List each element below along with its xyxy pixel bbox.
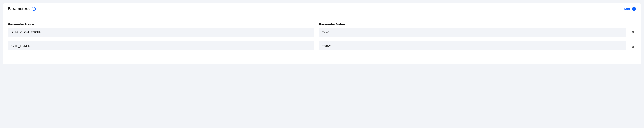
parameter-row (8, 41, 636, 51)
column-header-actions (630, 22, 636, 26)
column-header-value: Parameter Value (319, 22, 626, 26)
delete-button[interactable] (630, 31, 636, 35)
add-label: Add (624, 7, 630, 11)
parameter-name-input[interactable] (8, 41, 314, 51)
parameter-value-input[interactable] (319, 41, 626, 51)
parameters-panel: Parameters Add Parameter Name (3, 3, 641, 64)
add-button[interactable]: Add (624, 7, 636, 11)
panel-body: Parameter Name Parameter Value (3, 14, 641, 64)
add-icon (632, 7, 636, 11)
panel-header: Parameters Add (3, 3, 641, 14)
panel-title: Parameters (8, 6, 30, 11)
column-header-name: Parameter Name (8, 22, 314, 26)
trash-icon (631, 44, 635, 48)
parameter-row (8, 28, 636, 37)
columns-header: Parameter Name Parameter Value (8, 22, 636, 26)
parameter-value-input[interactable] (319, 28, 626, 37)
delete-button[interactable] (630, 44, 636, 48)
trash-icon (631, 31, 635, 35)
header-left: Parameters (8, 6, 36, 11)
svg-point-2 (34, 8, 34, 8)
parameter-name-input[interactable] (8, 28, 314, 37)
info-icon[interactable] (32, 7, 36, 11)
